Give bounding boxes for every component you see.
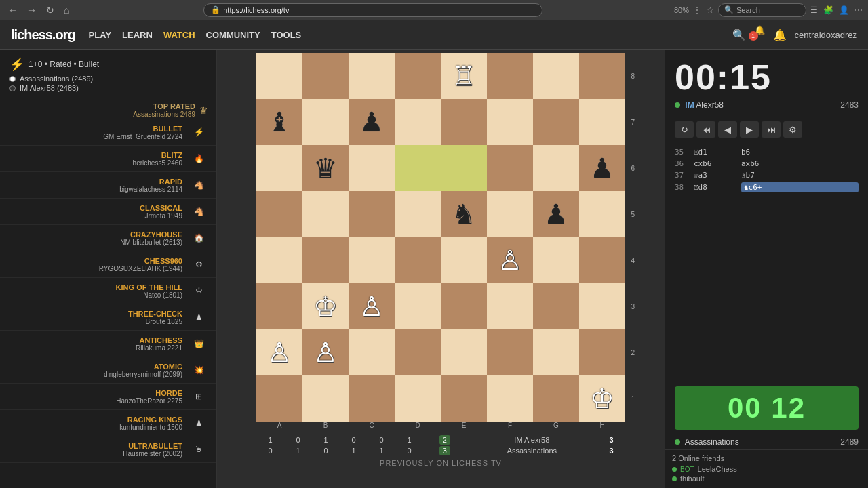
move-36-black[interactable]: axb6 [741, 159, 859, 168]
nav-watch[interactable]: WATCH [163, 30, 195, 40]
move-35-white[interactable]: ♖d1 [694, 148, 741, 157]
board-square[interactable] [533, 283, 579, 329]
sidebar-item-chess960[interactable]: CHESS960 RYGOSUXZELIAHK (1944) ⚙ [0, 251, 216, 278]
board-square[interactable] [533, 375, 579, 422]
board-square[interactable] [533, 53, 579, 99]
sidebar-item-koth[interactable]: KING OF THE HILL Natco (1801) ♔ [0, 278, 216, 304]
board-square[interactable] [395, 145, 441, 191]
board-square[interactable] [487, 145, 533, 191]
more-icon[interactable]: ⋯ [854, 5, 863, 15]
back-btn[interactable]: ← [5, 3, 20, 17]
logo[interactable]: lichess.org [11, 27, 75, 43]
board-square[interactable] [349, 375, 395, 422]
board-square[interactable]: ♛ [302, 145, 349, 191]
board-square[interactable] [256, 53, 302, 99]
first-move-btn[interactable]: ⏮ [696, 121, 715, 138]
board-square[interactable] [487, 375, 533, 422]
sidebar-item-ultrabullet[interactable]: ULTRABULLET Hausmeister (2002) 🖱 [0, 436, 216, 463]
board-square[interactable]: ♔ [579, 375, 625, 422]
board-square[interactable] [579, 237, 625, 283]
board-square[interactable] [256, 283, 302, 329]
board-square[interactable] [441, 145, 487, 191]
board-square[interactable] [487, 99, 533, 145]
prev-move-btn[interactable]: ◀ [718, 121, 737, 138]
sidebar-item-threecheck[interactable]: THREE-CHECK Broute 1825 ♟ [0, 304, 216, 331]
board-square[interactable] [395, 191, 441, 237]
next-move-btn[interactable]: ▶ [740, 121, 759, 138]
board-square[interactable]: ♖ [441, 53, 487, 99]
board-square[interactable] [256, 145, 302, 191]
board-square[interactable] [533, 329, 579, 375]
sidebar-item-classical[interactable]: CLASSICAL Jrmota 1949 🐴 [0, 199, 216, 225]
board-square[interactable]: ♙ [302, 329, 349, 375]
board-square[interactable]: ♞ [441, 191, 487, 237]
player2-name[interactable]: Assassinations [467, 445, 597, 456]
move-35-black[interactable]: b6 [741, 148, 859, 157]
board-square[interactable] [579, 283, 625, 329]
board-square[interactable] [579, 191, 625, 237]
board-square[interactable]: ♔ [302, 283, 349, 329]
board-square[interactable] [395, 375, 441, 422]
nav-learn[interactable]: LEARN [122, 30, 153, 40]
board-square[interactable] [395, 329, 441, 375]
move-37-white[interactable]: ♕a3 [694, 171, 741, 180]
sidebar-item-crazyhouse[interactable]: CRAZYHOUSE NM blitzbullet (2613) 🏠 [0, 225, 216, 251]
board-square[interactable] [256, 191, 302, 237]
board-square[interactable]: ♝ [256, 99, 302, 145]
board-square[interactable] [579, 53, 625, 99]
board-square[interactable] [395, 99, 441, 145]
board-square[interactable] [395, 237, 441, 283]
board-square[interactable] [256, 375, 302, 422]
board-square[interactable] [395, 283, 441, 329]
extensions-icon[interactable]: ⋮ [693, 5, 701, 15]
last-move-btn[interactable]: ⏭ [762, 121, 781, 138]
home-btn[interactable]: ⌂ [61, 3, 72, 17]
move-36-white[interactable]: cxb6 [694, 159, 741, 168]
forward-btn[interactable]: → [24, 3, 39, 17]
board-square[interactable] [533, 237, 579, 283]
board-square[interactable] [579, 329, 625, 375]
url-bar[interactable]: 🔒 https://lichess.org/tv [203, 3, 542, 17]
player1-name[interactable]: IM Alexr58 [467, 434, 597, 445]
board-square[interactable] [533, 99, 579, 145]
board-square[interactable] [441, 237, 487, 283]
nav-tools[interactable]: TOOLS [271, 30, 302, 40]
board-square[interactable] [302, 99, 349, 145]
sidebar-item-bullet[interactable]: BULLET GM Ernst_Gruenfeld 2724 ⚡ [0, 119, 216, 146]
board-square[interactable] [302, 237, 349, 283]
friend-leelachess[interactable]: BOT LeelaChess [672, 465, 861, 473]
sidebar-icon[interactable]: ☰ [810, 5, 818, 15]
board-square[interactable] [302, 191, 349, 237]
board-square[interactable]: ♟ [579, 145, 625, 191]
board-square[interactable] [579, 99, 625, 145]
notifications-btn[interactable]: 🔔 1 [754, 25, 765, 45]
board-square[interactable] [349, 53, 395, 99]
search-btn[interactable]: 🔍 [732, 28, 746, 41]
board-square[interactable] [349, 191, 395, 237]
board-square[interactable] [302, 375, 349, 422]
profile-icon[interactable]: 👤 [839, 5, 849, 15]
board-square[interactable] [441, 99, 487, 145]
sidebar-item-blitz[interactable]: BLITZ herichess5 2460 🔥 [0, 146, 216, 172]
sidebar-item-horde[interactable]: HORDE HanzoTheRazor 2275 ⊞ [0, 384, 216, 410]
sidebar-item-racingkings[interactable]: RACING KINGS kunfundimiento 1500 ♟ [0, 410, 216, 436]
move-37-black[interactable]: ♗b7 [741, 171, 859, 180]
board-square[interactable] [349, 145, 395, 191]
board-square[interactable] [533, 145, 579, 191]
board-square[interactable] [349, 329, 395, 375]
bell-icon[interactable]: 🔔 [773, 28, 787, 41]
sidebar-item-rapid[interactable]: RAPID bigwalalachess 2114 🐴 [0, 172, 216, 199]
nav-play[interactable]: PLAY [89, 30, 111, 40]
board-square[interactable]: ♙ [256, 329, 302, 375]
board-square[interactable] [441, 283, 487, 329]
board-square[interactable] [349, 237, 395, 283]
refresh-ctrl[interactable]: ↻ [675, 121, 694, 138]
board-square[interactable]: ♙ [487, 237, 533, 283]
board-square[interactable] [395, 53, 441, 99]
analysis-btn[interactable]: ⚙ [783, 121, 802, 138]
bookmarks-icon[interactable]: ☆ [707, 5, 714, 15]
extensions-btn[interactable]: 🧩 [823, 5, 833, 15]
board-square[interactable] [302, 53, 349, 99]
board-square[interactable]: ♟ [533, 191, 579, 237]
board-square[interactable]: ♟ [349, 99, 395, 145]
